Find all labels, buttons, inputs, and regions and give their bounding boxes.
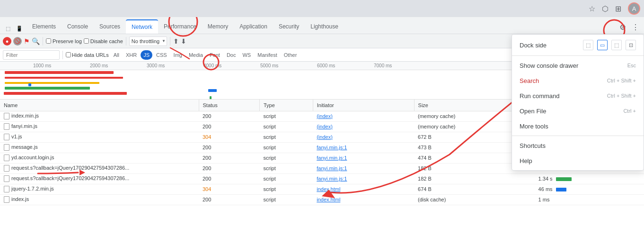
dock-side-label: Dock side (520, 42, 547, 49)
cell-initiator: index.html (313, 194, 414, 205)
disable-cache-input[interactable] (84, 38, 89, 44)
cell-status: 200 (199, 163, 259, 173)
filter-type-ws[interactable]: WS (239, 50, 254, 60)
file-icon (4, 144, 9, 151)
filter-input[interactable] (3, 50, 60, 60)
cell-initiator: (index) (313, 132, 414, 142)
ruler-3000ms: 3000 ms (147, 63, 165, 68)
filter-type-other[interactable]: Other (281, 50, 300, 60)
initiator-link[interactable]: index.html (317, 186, 340, 192)
cell-type: script (259, 142, 313, 153)
initiator-link[interactable]: fanyi.min.js:1 (317, 165, 347, 171)
preserve-log-checkbox[interactable]: Preserve log (46, 38, 82, 44)
tab-performance[interactable]: Performance (158, 19, 202, 34)
cell-name: jquery-1.7.2.min.js (0, 184, 199, 194)
cell-type: script (259, 173, 313, 184)
initiator-link[interactable]: fanyi.min.js:1 (317, 155, 347, 161)
cell-size: (disk cache) (414, 194, 535, 205)
table-row[interactable]: index.js 200 script index.html (disk cac… (0, 194, 644, 205)
filter-type-xhr[interactable]: XHR (123, 50, 140, 60)
avatar[interactable]: A (628, 2, 640, 15)
record-button[interactable]: ● (3, 37, 11, 46)
col-status[interactable]: Status (199, 100, 259, 111)
dock-bottom-icon[interactable]: ▭ (597, 40, 608, 50)
initiator-link[interactable]: index.html (317, 197, 340, 202)
export-icon[interactable]: ⬇ (181, 37, 186, 45)
preserve-log-input[interactable] (46, 38, 51, 44)
initiator-link[interactable]: (index) (317, 124, 333, 129)
star-icon[interactable]: ☆ (589, 4, 595, 13)
preserve-log-label: Preserve log (53, 38, 82, 44)
menu-shortcuts[interactable]: Shortcuts (512, 138, 644, 153)
cell-initiator: fanyi.min.js:1 (313, 142, 414, 153)
disable-cache-checkbox[interactable]: Disable cache (84, 38, 123, 44)
tab-elements[interactable]: Elements (26, 19, 62, 34)
tab-application[interactable]: Application (234, 19, 273, 34)
inspect-icon[interactable]: ⬚ (3, 23, 13, 34)
more-tools-label: More tools (520, 123, 548, 130)
filter-icon[interactable]: ⚑ (24, 37, 30, 45)
file-icon (4, 165, 9, 172)
search-icon[interactable]: 🔍 (32, 37, 40, 45)
initiator-link[interactable]: (index) (317, 134, 333, 140)
cell-type: script (259, 111, 313, 121)
menu-open-file[interactable]: Open File Ctrl + (512, 103, 644, 118)
menu-run-command[interactable]: Run command Ctrl + Shift + (512, 88, 644, 103)
menu-show-console-drawer[interactable]: Show console drawer Esc (512, 58, 644, 73)
menu-more-tools[interactable]: More tools (512, 118, 644, 134)
tab-network[interactable]: Network (126, 19, 158, 34)
filter-type-js[interactable]: JS (141, 50, 152, 60)
dock-left-icon[interactable]: ⬚ (583, 40, 593, 50)
divider2 (126, 37, 126, 46)
filter-type-doc[interactable]: Doc (224, 50, 239, 60)
file-icon (4, 196, 9, 203)
cell-time: 1.34 s (535, 173, 644, 184)
tab-security[interactable]: Security (273, 19, 305, 34)
extension-icon[interactable]: ⬡ (602, 4, 609, 13)
menu-icon[interactable]: ⊞ (615, 4, 621, 13)
device-icon[interactable]: 📱 (14, 23, 25, 34)
cell-type: script (259, 184, 313, 194)
chrome-topbar: ☆ ⬡ ⊞ A (0, 0, 644, 17)
cell-initiator: fanyi.min.js:1 (313, 153, 414, 163)
filter-type-media[interactable]: Media (186, 50, 206, 60)
hide-data-urls-input[interactable] (66, 52, 71, 57)
menu-search[interactable]: Search Ctrl + Shift + (512, 73, 644, 88)
initiator-link[interactable]: fanyi.min.js:1 (317, 145, 347, 150)
initiator-link[interactable]: (index) (317, 113, 333, 119)
filter-type-font[interactable]: Font (207, 50, 223, 60)
menu-help[interactable]: Help (512, 153, 644, 168)
ruler-1000ms: 1000 ms (33, 63, 51, 68)
tab-console[interactable]: Console (62, 19, 94, 34)
tab-memory[interactable]: Memory (202, 19, 234, 34)
clear-button[interactable]: 🚫 (13, 37, 22, 46)
tab-lighthouse[interactable]: Lighthouse (305, 19, 344, 34)
type-filters: AllXHRJSCSSImgMediaFontDocWSManifestOthe… (111, 50, 300, 60)
table-row[interactable]: request.s?callback=jQuery170290427594307… (0, 173, 644, 184)
settings-icon[interactable]: ⚙ (618, 21, 628, 34)
filter-type-all[interactable]: All (111, 50, 122, 60)
filter-type-manifest[interactable]: Manifest (255, 50, 280, 60)
throttle-select[interactable]: No throttling Fast 3G Slow 3G Offline (129, 36, 167, 46)
file-icon (4, 113, 9, 119)
dock-right-icon[interactable]: ⬚ (611, 40, 622, 50)
cell-name: request.s?callback=jQuery170290427594307… (0, 163, 199, 173)
filter-type-css[interactable]: CSS (153, 50, 170, 60)
filter-type-img[interactable]: Img (171, 50, 185, 60)
col-type[interactable]: Type (259, 100, 313, 111)
dock-detach-icon[interactable]: ⊡ (626, 40, 636, 50)
tab-sources[interactable]: Sources (94, 19, 126, 34)
more-options-icon[interactable]: ⋮ (630, 21, 641, 34)
cell-initiator: (index) (313, 121, 414, 132)
cell-name: request.s?callback=jQuery170290427594307… (0, 173, 199, 184)
initiator-link[interactable]: fanyi.min.js:1 (317, 176, 347, 182)
chrome-topbar-icons: ☆ ⬡ ⊞ A (589, 2, 640, 15)
throttle-wrapper: No throttling Fast 3G Slow 3G Offline ▼ (129, 36, 167, 46)
hide-data-urls-checkbox[interactable]: Hide data URLs (66, 52, 109, 58)
table-row[interactable]: jquery-1.7.2.min.js 304 script index.htm… (0, 184, 644, 194)
cell-size: 674 B (414, 184, 535, 194)
col-initiator[interactable]: Initiator (313, 100, 414, 111)
cell-initiator: fanyi.min.js:1 (313, 163, 414, 173)
col-name[interactable]: Name (0, 100, 199, 111)
import-icon[interactable]: ⬆ (173, 37, 179, 45)
